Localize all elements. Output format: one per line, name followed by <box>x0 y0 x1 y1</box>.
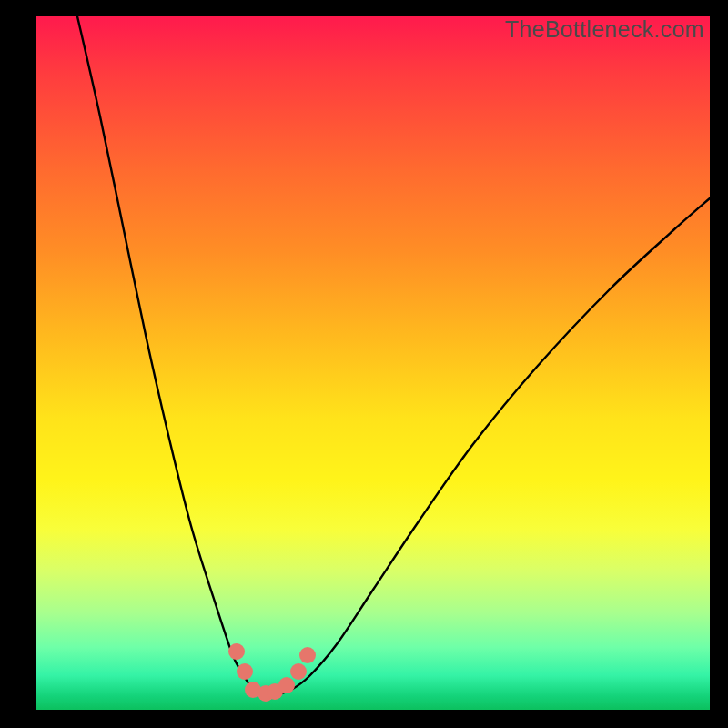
marker-point <box>278 677 295 693</box>
curve-markers <box>228 643 316 702</box>
marker-point <box>299 647 316 663</box>
chart-plot-area: TheBottleneck.com <box>36 16 710 710</box>
chart-frame: TheBottleneck.com <box>0 0 728 728</box>
marker-point <box>290 663 307 680</box>
chart-svg <box>36 16 710 710</box>
curve-path <box>77 16 710 694</box>
marker-point <box>228 643 245 660</box>
marker-point <box>237 663 253 680</box>
